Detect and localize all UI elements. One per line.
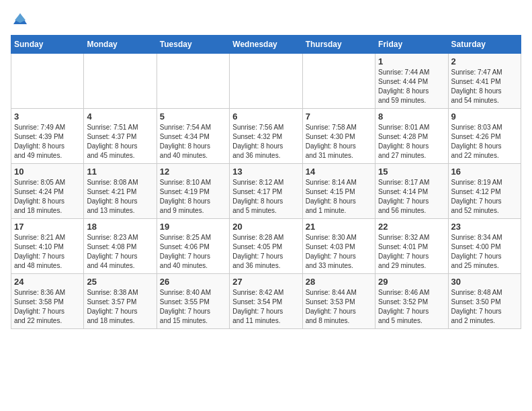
logo	[11, 11, 28, 27]
calendar-week-row: 1Sunrise: 7:44 AMSunset: 4:44 PMDaylight…	[11, 54, 521, 109]
calendar-cell: 22Sunrise: 8:32 AMSunset: 4:01 PMDayligh…	[375, 219, 448, 274]
calendar-cell: 21Sunrise: 8:30 AMSunset: 4:03 PMDayligh…	[302, 219, 375, 274]
calendar-cell: 29Sunrise: 8:46 AMSunset: 3:52 PMDayligh…	[375, 274, 448, 329]
logo-icon	[12, 11, 28, 27]
day-info: Sunrise: 8:32 AMSunset: 4:01 PMDaylight:…	[378, 233, 445, 271]
day-info: Sunrise: 7:54 AMSunset: 4:34 PMDaylight:…	[160, 123, 226, 161]
day-info: Sunrise: 8:03 AMSunset: 4:26 PMDaylight:…	[451, 123, 518, 161]
day-number: 30	[451, 277, 518, 287]
calendar-cell: 19Sunrise: 8:25 AMSunset: 4:06 PMDayligh…	[157, 219, 229, 274]
day-number: 29	[378, 277, 445, 287]
day-info: Sunrise: 8:23 AMSunset: 4:08 PMDaylight:…	[87, 233, 153, 271]
day-number: 26	[160, 277, 226, 287]
calendar-cell: 6Sunrise: 7:56 AMSunset: 4:32 PMDaylight…	[230, 109, 302, 164]
day-number: 1	[378, 56, 445, 66]
calendar-cell: 17Sunrise: 8:21 AMSunset: 4:10 PMDayligh…	[11, 219, 84, 274]
calendar-cell	[302, 54, 375, 109]
day-number: 12	[160, 167, 226, 177]
calendar-body: 1Sunrise: 7:44 AMSunset: 4:44 PMDaylight…	[11, 54, 521, 329]
day-number: 22	[378, 222, 445, 232]
day-number: 3	[14, 111, 81, 122]
day-info: Sunrise: 8:25 AMSunset: 4:06 PMDaylight:…	[160, 233, 226, 271]
day-number: 10	[14, 167, 81, 177]
weekday-header-cell: Sunday	[11, 36, 84, 54]
calendar-cell: 24Sunrise: 8:36 AMSunset: 3:58 PMDayligh…	[11, 274, 84, 329]
calendar-cell	[11, 54, 84, 109]
day-number: 18	[87, 222, 153, 232]
day-info: Sunrise: 7:47 AMSunset: 4:41 PMDaylight:…	[451, 68, 518, 105]
weekday-header-cell: Monday	[84, 36, 157, 54]
day-number: 14	[306, 167, 372, 177]
day-info: Sunrise: 8:12 AMSunset: 4:17 PMDaylight:…	[232, 178, 299, 216]
calendar-week-row: 24Sunrise: 8:36 AMSunset: 3:58 PMDayligh…	[11, 274, 521, 329]
day-number: 24	[14, 277, 81, 287]
calendar-cell: 7Sunrise: 7:58 AMSunset: 4:30 PMDaylight…	[302, 109, 375, 164]
weekday-header-row: SundayMondayTuesdayWednesdayThursdayFrid…	[11, 36, 521, 54]
day-info: Sunrise: 7:56 AMSunset: 4:32 PMDaylight:…	[232, 123, 299, 161]
calendar-week-row: 3Sunrise: 7:49 AMSunset: 4:39 PMDaylight…	[11, 109, 521, 164]
day-info: Sunrise: 8:38 AMSunset: 3:57 PMDaylight:…	[87, 288, 153, 326]
day-info: Sunrise: 8:34 AMSunset: 4:00 PMDaylight:…	[451, 233, 518, 271]
day-info: Sunrise: 8:30 AMSunset: 4:03 PMDaylight:…	[306, 233, 372, 271]
day-info: Sunrise: 7:58 AMSunset: 4:30 PMDaylight:…	[306, 123, 372, 161]
calendar-table: SundayMondayTuesdayWednesdayThursdayFrid…	[11, 35, 521, 329]
calendar-cell: 2Sunrise: 7:47 AMSunset: 4:41 PMDaylight…	[448, 54, 521, 109]
day-info: Sunrise: 7:51 AMSunset: 4:37 PMDaylight:…	[87, 123, 153, 161]
calendar-cell	[84, 54, 157, 109]
day-number: 21	[306, 222, 372, 232]
day-info: Sunrise: 7:44 AMSunset: 4:44 PMDaylight:…	[378, 68, 445, 105]
calendar-cell: 1Sunrise: 7:44 AMSunset: 4:44 PMDaylight…	[375, 54, 448, 109]
weekday-header-cell: Tuesday	[157, 36, 229, 54]
calendar-week-row: 10Sunrise: 8:05 AMSunset: 4:24 PMDayligh…	[11, 164, 521, 219]
day-number: 23	[451, 222, 518, 232]
day-info: Sunrise: 8:40 AMSunset: 3:55 PMDaylight:…	[160, 288, 226, 326]
calendar-cell: 15Sunrise: 8:17 AMSunset: 4:14 PMDayligh…	[375, 164, 448, 219]
calendar-cell: 18Sunrise: 8:23 AMSunset: 4:08 PMDayligh…	[84, 219, 157, 274]
day-number: 20	[232, 222, 299, 232]
day-number: 6	[232, 111, 299, 122]
calendar-cell: 14Sunrise: 8:14 AMSunset: 4:15 PMDayligh…	[302, 164, 375, 219]
day-info: Sunrise: 8:17 AMSunset: 4:14 PMDaylight:…	[378, 178, 445, 216]
day-number: 2	[451, 56, 518, 66]
day-number: 17	[14, 222, 81, 232]
calendar-cell: 11Sunrise: 8:08 AMSunset: 4:21 PMDayligh…	[84, 164, 157, 219]
calendar-cell	[230, 54, 302, 109]
day-info: Sunrise: 8:19 AMSunset: 4:12 PMDaylight:…	[451, 178, 518, 216]
day-number: 25	[87, 277, 153, 287]
day-info: Sunrise: 8:14 AMSunset: 4:15 PMDaylight:…	[306, 178, 372, 216]
calendar-cell: 30Sunrise: 8:48 AMSunset: 3:50 PMDayligh…	[448, 274, 521, 329]
calendar-week-row: 17Sunrise: 8:21 AMSunset: 4:10 PMDayligh…	[11, 219, 521, 274]
calendar-cell: 16Sunrise: 8:19 AMSunset: 4:12 PMDayligh…	[448, 164, 521, 219]
day-number: 5	[160, 111, 226, 122]
calendar-cell: 8Sunrise: 8:01 AMSunset: 4:28 PMDaylight…	[375, 109, 448, 164]
day-number: 28	[306, 277, 372, 287]
weekday-header-cell: Saturday	[448, 36, 521, 54]
weekday-header-cell: Thursday	[302, 36, 375, 54]
day-number: 8	[378, 111, 445, 122]
calendar-cell: 12Sunrise: 8:10 AMSunset: 4:19 PMDayligh…	[157, 164, 229, 219]
calendar-cell: 26Sunrise: 8:40 AMSunset: 3:55 PMDayligh…	[157, 274, 229, 329]
day-number: 9	[451, 111, 518, 122]
day-info: Sunrise: 8:46 AMSunset: 3:52 PMDaylight:…	[378, 288, 445, 326]
day-info: Sunrise: 8:36 AMSunset: 3:58 PMDaylight:…	[14, 288, 81, 326]
calendar-cell: 5Sunrise: 7:54 AMSunset: 4:34 PMDaylight…	[157, 109, 229, 164]
day-info: Sunrise: 8:10 AMSunset: 4:19 PMDaylight:…	[160, 178, 226, 216]
day-number: 11	[87, 167, 153, 177]
day-number: 13	[232, 167, 299, 177]
day-number: 15	[378, 167, 445, 177]
calendar-cell: 10Sunrise: 8:05 AMSunset: 4:24 PMDayligh…	[11, 164, 84, 219]
weekday-header-cell: Wednesday	[230, 36, 302, 54]
day-info: Sunrise: 8:21 AMSunset: 4:10 PMDaylight:…	[14, 233, 81, 271]
calendar-cell: 13Sunrise: 8:12 AMSunset: 4:17 PMDayligh…	[230, 164, 302, 219]
day-number: 4	[87, 111, 153, 122]
page-header	[11, 11, 521, 27]
day-number: 7	[306, 111, 372, 122]
weekday-header-cell: Friday	[375, 36, 448, 54]
day-info: Sunrise: 8:44 AMSunset: 3:53 PMDaylight:…	[306, 288, 372, 326]
calendar-cell: 9Sunrise: 8:03 AMSunset: 4:26 PMDaylight…	[448, 109, 521, 164]
calendar-cell: 28Sunrise: 8:44 AMSunset: 3:53 PMDayligh…	[302, 274, 375, 329]
day-info: Sunrise: 8:42 AMSunset: 3:54 PMDaylight:…	[232, 288, 299, 326]
calendar-cell: 23Sunrise: 8:34 AMSunset: 4:00 PMDayligh…	[448, 219, 521, 274]
day-number: 27	[232, 277, 299, 287]
day-info: Sunrise: 8:05 AMSunset: 4:24 PMDaylight:…	[14, 178, 81, 216]
